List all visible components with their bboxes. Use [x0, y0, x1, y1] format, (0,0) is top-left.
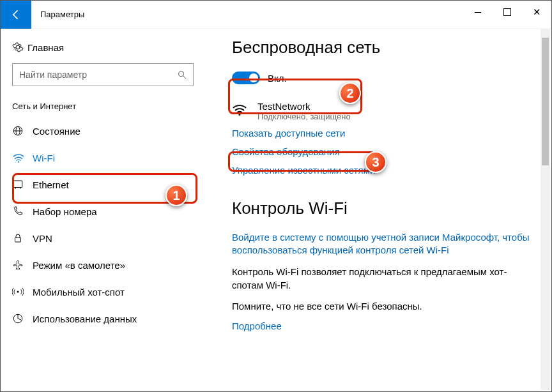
phone-icon: [12, 206, 33, 217]
nav-wifi[interactable]: Wi-Fi: [1, 144, 205, 171]
wifi-toggle-row: Вкл.: [232, 66, 535, 89]
toggle-label: Вкл.: [268, 73, 287, 84]
show-networks-link[interactable]: Показать доступные сети: [232, 124, 535, 142]
nav-label: Использование данных: [33, 313, 137, 324]
wifi-toggle[interactable]: [232, 72, 260, 84]
nav-label: Режим «в самолете»: [33, 260, 125, 271]
body-text-2: Помните, что не все сети Wi-Fi безопасны…: [232, 296, 535, 317]
airplane-icon: [12, 259, 33, 271]
nav-status[interactable]: Состояние: [1, 117, 205, 144]
sidebar: Главная Сеть и Интернет Состояние Wi-Fi …: [1, 29, 205, 391]
svg-rect-6: [13, 181, 22, 188]
data-icon: [12, 313, 33, 324]
nav-vpn[interactable]: VPN: [1, 225, 205, 252]
minimize-button[interactable]: [463, 1, 493, 24]
search-box[interactable]: [12, 63, 194, 86]
vpn-icon: [12, 232, 33, 244]
network-name: TestNetwork: [257, 101, 351, 112]
home-link[interactable]: Главная: [1, 36, 205, 61]
window-controls: ✕: [463, 1, 551, 24]
annotation-marker-1: 1: [165, 185, 187, 206]
network-status: Подключено, защищено: [257, 112, 351, 121]
section-label: Сеть и Интернет: [1, 98, 205, 117]
search-input[interactable]: [12, 63, 194, 86]
body-text-1: Контроль Wi-Fi позволяет подключаться к …: [232, 261, 535, 296]
main-content: Беспроводная сеть Вкл. TestNetwork Подкл…: [205, 29, 551, 391]
wifi-signal-icon: [232, 101, 252, 117]
more-link[interactable]: Подробнее: [232, 317, 535, 335]
ethernet-icon: [12, 179, 33, 190]
window-title: Параметры: [40, 10, 84, 19]
svg-point-5: [18, 162, 19, 163]
titlebar: Параметры ✕: [1, 1, 551, 29]
nav-airplane[interactable]: Режим «в самолете»: [1, 252, 205, 278]
close-button[interactable]: ✕: [522, 1, 551, 24]
nav-label: Ethernet: [33, 179, 69, 190]
section-heading: Контроль Wi-Fi: [232, 199, 535, 218]
wifi-icon: [12, 152, 33, 163]
globe-icon: [12, 125, 33, 137]
svg-line-1: [183, 76, 186, 79]
nav-label: Мобильный хот-спот: [33, 287, 125, 298]
page-heading: Беспроводная сеть: [232, 38, 535, 57]
svg-point-10: [17, 291, 19, 293]
gear-icon: [12, 41, 27, 53]
annotation-marker-2: 2: [339, 82, 361, 104]
hotspot-icon: [12, 286, 33, 298]
nav-label: Состояние: [33, 126, 80, 137]
scrollbar-thumb[interactable]: [542, 38, 549, 165]
nav-label: Wi-Fi: [33, 153, 55, 163]
maximize-button[interactable]: [493, 1, 522, 24]
scrollbar[interactable]: [540, 29, 550, 390]
nav-label: Набор номера: [33, 206, 97, 217]
svg-point-0: [179, 72, 184, 77]
svg-rect-9: [15, 237, 21, 242]
annotation-marker-3: 3: [365, 151, 387, 173]
home-label: Главная: [27, 42, 64, 53]
search-icon: [177, 70, 187, 80]
arrow-left-icon: [10, 8, 22, 21]
nav-hotspot[interactable]: Мобильный хот-спот: [1, 278, 205, 305]
nav-datausage[interactable]: Использование данных: [1, 305, 205, 332]
current-network[interactable]: TestNetwork Подключено, защищено: [232, 101, 535, 121]
signin-link[interactable]: Войдите в систему с помощью учетной запи…: [232, 227, 535, 261]
nav-label: VPN: [33, 233, 52, 244]
back-button[interactable]: [1, 1, 31, 29]
svg-point-12: [239, 114, 241, 116]
